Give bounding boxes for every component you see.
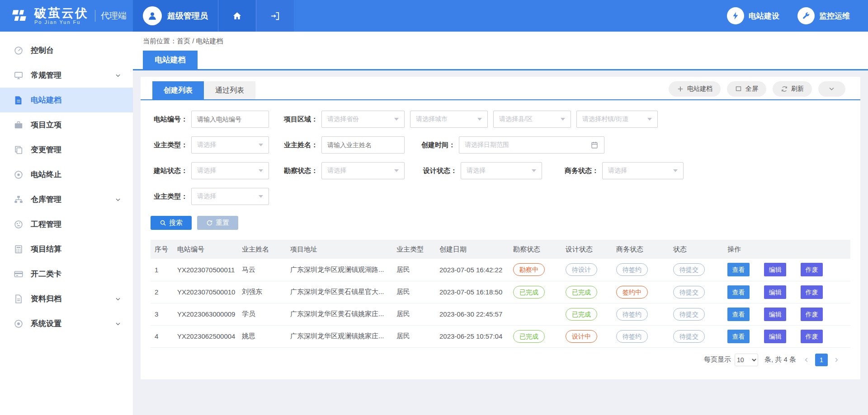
- fullscreen-button[interactable]: 全屏: [727, 81, 766, 97]
- edit-button[interactable]: 编辑: [764, 308, 786, 321]
- briefcase-icon: [14, 120, 24, 130]
- pagination: 每页显示 10 条, 共 4 条 1: [141, 354, 860, 366]
- per-page-select[interactable]: 10: [735, 354, 758, 366]
- home-button[interactable]: [218, 0, 256, 32]
- home-icon: [232, 11, 242, 21]
- view-button[interactable]: 查看: [727, 285, 750, 299]
- design-status-select[interactable]: 请选择: [461, 162, 542, 179]
- city-select[interactable]: 请选择城市: [410, 111, 488, 128]
- brand-subtitle: Po Jian Yun Fu: [34, 19, 89, 25]
- caret-down-icon: [259, 169, 263, 172]
- filter-form: 电站编号： 项目区域： 请选择省份 请选择城市 请选择县/区 请选择村镇/街道 …: [141, 100, 860, 205]
- sidebar-item-engineering-mgmt[interactable]: 工程管理: [0, 212, 133, 237]
- calendar-icon: [590, 141, 599, 149]
- portal-label: 代理端: [101, 10, 127, 22]
- card-icon: [14, 269, 24, 279]
- chevron-down-icon: [115, 196, 121, 203]
- business-status-label: 商务状态：: [563, 167, 599, 175]
- document-icon: [14, 95, 24, 105]
- refresh-button[interactable]: 刷新: [773, 81, 812, 97]
- owner-type2-label: 业主类型：: [151, 192, 188, 201]
- void-button[interactable]: 作废: [801, 285, 823, 299]
- station-code-input[interactable]: [191, 111, 269, 128]
- status-badge: 待提交: [673, 286, 705, 298]
- plus-icon: [677, 85, 684, 93]
- status-badge: 已完成: [566, 308, 597, 321]
- province-select[interactable]: 请选择省份: [321, 111, 405, 128]
- nav-monitor-ops[interactable]: 监控运维: [797, 0, 850, 32]
- sidebar-item-change-mgmt[interactable]: 变更管理: [0, 137, 133, 162]
- search-icon: [160, 219, 166, 226]
- owner-type-select[interactable]: 请选择: [191, 136, 269, 154]
- archive-icon: [14, 294, 24, 304]
- bolt-icon: [731, 11, 740, 20]
- void-button[interactable]: 作废: [801, 330, 823, 343]
- sidebar-item-project-approval[interactable]: 项目立项: [0, 112, 133, 137]
- region-label: 项目区域：: [283, 115, 318, 124]
- void-button[interactable]: 作废: [801, 308, 823, 321]
- fullscreen-icon: [735, 85, 742, 93]
- survey-status-select[interactable]: 请选择: [321, 162, 405, 179]
- sidebar-item-station-archive[interactable]: 电站建档: [0, 88, 133, 112]
- sidebar-item-project-settlement[interactable]: 项目结算: [0, 237, 133, 261]
- nav-station-build[interactable]: 电站建设: [727, 0, 779, 32]
- topbar: 破茧云伏 Po Jian Yun Fu 代理端 超级管理员: [0, 0, 868, 32]
- user-name: 超级管理员: [167, 10, 208, 21]
- business-status-select[interactable]: 请选择: [602, 162, 684, 179]
- sidebar-item-open-card[interactable]: 开二类卡: [0, 261, 133, 286]
- sidebar-item-warehouse-mgmt[interactable]: 仓库管理: [0, 187, 133, 212]
- view-button[interactable]: 查看: [727, 308, 750, 321]
- owner-name-input[interactable]: [321, 136, 405, 154]
- caret-down-icon: [259, 144, 263, 146]
- nav-label: 监控运维: [819, 11, 850, 21]
- tab-passed-list[interactable]: 通过列表: [204, 81, 255, 99]
- page-number-button[interactable]: 1: [815, 354, 828, 366]
- chevron-down-icon: [115, 296, 121, 302]
- design-status-label: 设计状态：: [422, 167, 457, 175]
- sidebar-item-system-settings[interactable]: 系统设置: [0, 311, 133, 336]
- status-badge: 待签约: [616, 330, 648, 343]
- next-page-button[interactable]: [830, 354, 842, 366]
- owner-name-label: 业主姓名：: [283, 141, 318, 149]
- user-icon: [146, 10, 158, 22]
- per-page-prefix: 每页显示: [704, 355, 731, 364]
- page-tab-station-archive[interactable]: 电站建档: [143, 51, 198, 69]
- edit-button[interactable]: 编辑: [764, 285, 786, 299]
- sidebar-item-data-archive[interactable]: 资料归档: [0, 286, 133, 311]
- brand-name: 破茧云伏: [34, 7, 89, 19]
- edit-button[interactable]: 编辑: [764, 330, 786, 343]
- sidebar: 控制台 常规管理 电站建档: [0, 32, 133, 415]
- wrench-icon: [802, 11, 811, 20]
- reset-button[interactable]: 重置: [197, 216, 238, 230]
- add-station-button[interactable]: 电站建档: [669, 81, 721, 97]
- monitor-icon: [14, 70, 24, 80]
- search-button[interactable]: 搜索: [151, 216, 192, 230]
- collapse-button[interactable]: [818, 81, 845, 97]
- chevron-down-icon: [828, 85, 835, 93]
- sidebar-item-console[interactable]: 控制台: [0, 38, 133, 63]
- sidebar-item-station-terminate[interactable]: 电站终止: [0, 162, 133, 187]
- edit-button[interactable]: 编辑: [764, 263, 786, 276]
- prev-page-button[interactable]: [801, 354, 812, 366]
- logo-icon: [10, 6, 30, 26]
- void-button[interactable]: 作废: [801, 263, 823, 276]
- logout-button[interactable]: [256, 0, 294, 32]
- build-status-select[interactable]: 请选择: [191, 162, 269, 179]
- owner-type2-select[interactable]: 请选择: [191, 188, 269, 205]
- breadcrumb: 当前位置： 首页 / 电站建档: [133, 32, 868, 51]
- chevron-down-icon: [115, 72, 121, 79]
- table-row: 1 YX2023070500011 马云 广东深圳龙华区观澜镇观湖路... 居民…: [151, 259, 850, 281]
- tab-create-list[interactable]: 创建列表: [152, 81, 204, 99]
- view-button[interactable]: 查看: [727, 263, 750, 276]
- view-button[interactable]: 查看: [727, 330, 750, 343]
- sidebar-item-general-mgmt[interactable]: 常规管理: [0, 63, 133, 88]
- status-badge: 已完成: [566, 286, 597, 298]
- status-badge: 待设计: [566, 263, 597, 276]
- table-row: 3 YX2023063000009 学员 广东深圳龙华区黄石镇姚家庄... 居民…: [151, 303, 850, 325]
- user-menu[interactable]: 超级管理员: [133, 0, 218, 32]
- date-range-input[interactable]: 请选择日期范围: [459, 136, 604, 154]
- county-select[interactable]: 请选择县/区: [493, 111, 571, 128]
- reset-icon: [206, 219, 213, 226]
- village-select[interactable]: 请选择村镇/街道: [576, 111, 658, 128]
- gauge-icon: [14, 46, 24, 56]
